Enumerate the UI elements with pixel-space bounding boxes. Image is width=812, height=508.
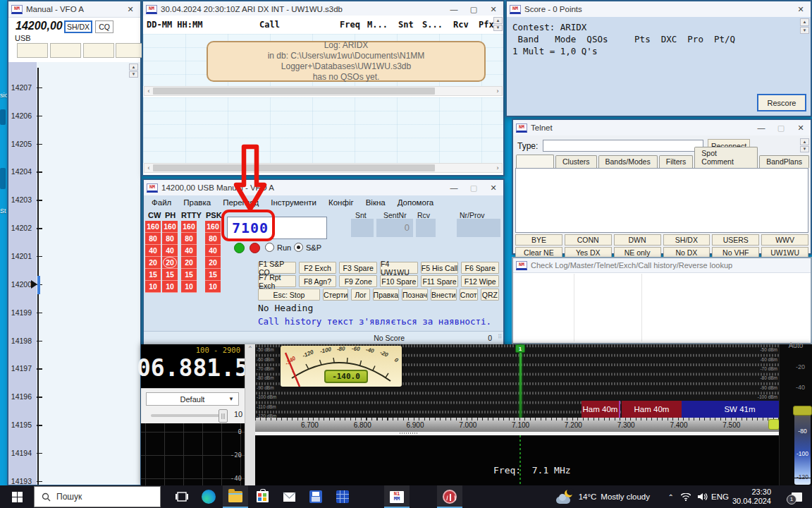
function-key-button[interactable]: F9 Zone <box>339 275 377 287</box>
function-key-button[interactable]: F7 Rpt Exch <box>258 275 296 287</box>
log-hscrollbar[interactable]: ‹ › <box>144 86 503 96</box>
function-key-button[interactable]: F5 His Call <box>421 262 459 274</box>
shdx-button[interactable]: SH/DX <box>64 20 92 33</box>
color-scale-handle[interactable] <box>793 406 812 416</box>
telnet-output-area[interactable] <box>515 168 808 233</box>
close-icon[interactable]: ✕ <box>121 1 140 17</box>
band-button[interactable]: 40 <box>205 245 221 257</box>
mail-button[interactable] <box>276 485 302 508</box>
band-button[interactable]: 15 <box>181 269 197 281</box>
function-key-button[interactable]: F12 Wipe <box>461 275 499 287</box>
band-button[interactable]: 80 <box>145 233 161 245</box>
band-button[interactable]: 10 <box>162 281 178 293</box>
close-icon[interactable]: ✕ <box>791 120 811 135</box>
log-spinner[interactable]: ▲▼ <box>493 17 503 31</box>
menu-item[interactable]: Конфіг <box>328 198 354 207</box>
action-button[interactable]: Правка <box>373 289 399 301</box>
band-button[interactable]: 20 <box>181 257 197 269</box>
rescore-button[interactable]: Rescore <box>757 94 806 111</box>
log-column-header[interactable]: Rcv <box>453 20 469 30</box>
resize-grip-icon[interactable]: ⠿ <box>498 334 502 340</box>
telnet-command-button[interactable]: WWV <box>761 234 808 246</box>
band-button[interactable]: 80 <box>181 233 197 245</box>
function-key-button[interactable]: F8 Agn? <box>299 275 337 287</box>
scrollbar-thumb[interactable] <box>153 164 435 171</box>
band-button[interactable]: 20 <box>205 257 221 269</box>
vfo-field[interactable] <box>83 43 114 58</box>
save-app-button[interactable] <box>303 485 328 508</box>
tray-chevron[interactable]: ⌃ <box>668 485 674 508</box>
volume-tray-icon[interactable] <box>698 485 708 508</box>
weather-widget[interactable]: 14°C Mostly cloudy <box>556 485 650 508</box>
run-radio[interactable]: Run <box>265 243 291 252</box>
start-button[interactable] <box>0 485 34 508</box>
scrollbar-thumb[interactable] <box>153 87 435 95</box>
tuning-marker-flag[interactable]: 1 <box>515 344 525 353</box>
score-spinner[interactable]: ▲▼ <box>800 18 809 34</box>
log-column-header[interactable]: DD-MM HH:MM <box>147 20 202 30</box>
band-button[interactable]: 40 <box>145 245 161 257</box>
band-button[interactable]: 15 <box>205 269 221 281</box>
telnet-tab[interactable]: Bands/Modes <box>598 155 658 168</box>
band-button[interactable]: 15 <box>145 269 161 281</box>
language-indicator[interactable]: ENG <box>711 485 729 508</box>
action-button[interactable]: Познач <box>402 289 428 301</box>
telnet-tab[interactable]: Filters <box>659 155 694 168</box>
waterfall-display[interactable]: Freq: 7.1 MHz <box>255 435 779 485</box>
bandmap-spinner[interactable]: ▲▼ <box>129 64 138 78</box>
waterfall-color-scale[interactable]: -80 -100 -120 <box>794 406 811 485</box>
band-button[interactable]: 10 <box>205 281 221 293</box>
telnet-tab[interactable]: Spot Comment <box>694 147 758 168</box>
bandmap[interactable]: 1420714206142051420414203142021420114200… <box>8 62 140 485</box>
action-button[interactable]: Лог <box>351 289 369 301</box>
vfo-field[interactable] <box>17 43 48 58</box>
telnet-command-button[interactable]: CONN <box>565 234 612 246</box>
spectrum-display[interactable]: -50 dBm-60 dBm-70 dBm-80 dBm-90 dBm-100 … <box>255 344 779 418</box>
spreadsheet-app-button[interactable] <box>330 485 355 508</box>
band-button[interactable]: 160 <box>162 221 178 233</box>
tab-current[interactable] <box>516 155 554 168</box>
action-button[interactable]: Стерти <box>323 289 348 301</box>
function-key-button[interactable]: F3 Spare <box>339 262 377 274</box>
menu-item[interactable]: Допомога <box>398 198 434 207</box>
action-button[interactable]: Esc: Stop <box>258 289 320 301</box>
action-button[interactable]: QRZ <box>481 289 499 301</box>
sp-radio[interactable]: S&P <box>294 243 321 252</box>
function-key-button[interactable]: F4 UW1WU <box>380 262 418 274</box>
telnet-command-button[interactable]: USERS <box>712 234 759 246</box>
auto-label[interactable]: Auto <box>780 341 812 350</box>
close-icon[interactable]: ✕ <box>484 1 503 17</box>
log-column-header[interactable]: S... <box>422 20 443 30</box>
file-explorer-button[interactable] <box>223 485 248 508</box>
band-button[interactable]: 10 <box>181 281 197 293</box>
telnet-tab[interactable]: BandPlans <box>759 155 809 168</box>
band-button[interactable]: 80 <box>205 233 221 245</box>
function-key-button[interactable]: F2 Exch <box>299 262 337 274</box>
task-view-button[interactable] <box>169 485 195 508</box>
frequency-scale[interactable]: 6.7006.8006.9007.0007.1007.2007.3007.400… <box>255 418 779 432</box>
edge-button[interactable] <box>196 485 221 508</box>
rcv-field[interactable] <box>416 219 436 237</box>
close-icon[interactable]: ✕ <box>791 1 811 17</box>
menu-item[interactable]: Правка <box>183 198 211 207</box>
band-button[interactable]: 20 <box>162 257 178 269</box>
log-column-header[interactable]: Pfx <box>479 20 494 30</box>
profile-dropdown[interactable]: Default ▼ <box>146 392 239 406</box>
telnet-command-button[interactable]: DWN <box>614 234 661 246</box>
volume-slider[interactable] <box>151 414 227 417</box>
nrprov-field[interactable] <box>457 219 500 237</box>
action-button[interactable]: Внести <box>431 289 457 301</box>
band-button[interactable]: 15 <box>162 269 178 281</box>
sentnr-field[interactable]: 0 <box>376 219 413 237</box>
network-tray-icon[interactable] <box>681 485 691 508</box>
log-column-header[interactable]: Freq <box>340 20 360 30</box>
minimize-icon[interactable]: — <box>751 120 771 135</box>
function-key-button[interactable]: F11 Spare <box>421 275 459 287</box>
band-button[interactable]: 160 <box>181 221 197 233</box>
band-button[interactable]: 160 <box>145 221 161 233</box>
store-button[interactable] <box>250 485 275 508</box>
cq-button[interactable]: CQ <box>95 20 113 33</box>
band-button[interactable]: 160 <box>205 221 221 233</box>
minimize-icon[interactable]: — <box>444 180 464 195</box>
telnet-command-button[interactable]: BYE <box>515 234 562 246</box>
